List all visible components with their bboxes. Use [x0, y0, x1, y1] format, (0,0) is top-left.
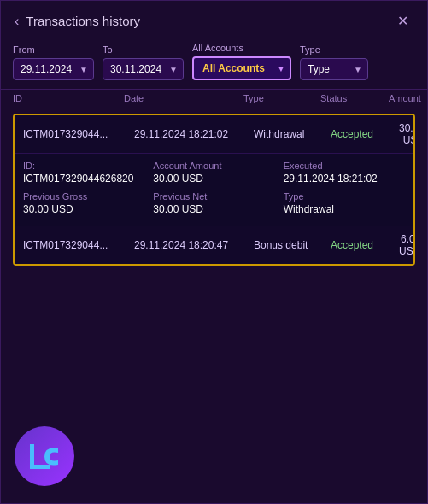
tx-id-1: ICTM017329044... [23, 128, 134, 140]
type-filter-group: Type Type ▼ [300, 44, 368, 80]
transactions-box: ICTM017329044... 29.11.2024 18:21:02 Wit… [13, 114, 415, 266]
type-select[interactable]: Type [300, 58, 368, 80]
filters-row: From 29.11.2024 ▼ To 30.11.2024 ▼ All Ac… [1, 39, 427, 89]
detail-prev-net-label: Previous Net [153, 191, 274, 202]
accounts-select-wrapper: All Accounts ▼ [192, 56, 291, 80]
window-title: Transactions history [26, 14, 140, 28]
detail-prev-gross-value: 30.00 USD [23, 203, 144, 215]
col-status: Status [320, 93, 389, 103]
from-date-select[interactable]: 29.11.2024 [13, 58, 94, 80]
from-filter-group: From 29.11.2024 ▼ [13, 44, 94, 80]
to-select-wrapper: 30.11.2024 ▼ [103, 58, 184, 80]
detail-type-label: Type [284, 191, 405, 202]
detail-account-amount-cell: Account Amount 30.00 USD [153, 161, 274, 185]
detail-executed-value: 29.11.2024 18:21:02 [284, 173, 405, 185]
back-arrow-icon[interactable]: ‹ [15, 14, 19, 29]
app-logo [15, 426, 74, 486]
detail-type-cell: Type Withdrawal [284, 191, 405, 215]
detail-prev-gross-label: Previous Gross [23, 191, 144, 202]
type-select-wrapper: Type ▼ [300, 58, 368, 80]
detail-id-label: ID: [23, 161, 144, 171]
detail-prev-net-cell: Previous Net 30.00 USD [153, 191, 274, 215]
title-bar-left: ‹ Transactions history [15, 14, 140, 29]
title-bar: ‹ Transactions history ✕ [1, 1, 427, 39]
to-label: To [103, 44, 184, 55]
tx-type-1: Withdrawal [254, 128, 331, 140]
col-id: ID [13, 93, 124, 103]
tx-status-2: Accepted [331, 239, 399, 251]
accounts-label: All Accounts [192, 43, 291, 53]
accounts-filter-group: All Accounts All Accounts ▼ [192, 43, 291, 80]
tx-status-1: Accepted [331, 128, 399, 140]
tx-amount-2: 6.00 USD › [399, 233, 415, 257]
logo-svg-icon [26, 437, 64, 476]
detail-prev-gross-cell: Previous Gross 30.00 USD [23, 191, 144, 215]
transaction-main-row-2[interactable]: ICTM017329044... 29.11.2024 18:20:47 Bon… [15, 226, 413, 264]
tx-amount-1: 30.00 USD ⌄ [399, 122, 415, 146]
to-filter-group: To 30.11.2024 ▼ [103, 44, 184, 80]
to-date-select[interactable]: 30.11.2024 [103, 58, 184, 80]
close-button[interactable]: ✕ [392, 11, 413, 31]
detail-id-value: ICTM01732904462682​0 [23, 173, 144, 185]
detail-id-cell: ID: ICTM01732904462682​0 [23, 161, 144, 185]
col-date: Date [124, 93, 243, 103]
detail-account-amount-label: Account Amount [153, 161, 274, 171]
detail-executed-label: Executed [284, 161, 405, 171]
tx-date-2: 29.11.2024 18:20:47 [134, 239, 254, 251]
tx-date-1: 29.11.2024 18:21:02 [134, 128, 254, 140]
table-row: ICTM017329044... 29.11.2024 18:21:02 Wit… [15, 115, 413, 226]
col-type: Type [243, 93, 320, 103]
bottom-area [1, 295, 427, 503]
detail-executed-cell: Executed 29.11.2024 18:21:02 [284, 161, 405, 185]
detail-grid-1: ID: ICTM01732904462682​0 Account Amount … [23, 161, 405, 215]
from-select-wrapper: 29.11.2024 ▼ [13, 58, 94, 80]
from-label: From [13, 44, 94, 55]
main-window: ‹ Transactions history ✕ From 29.11.2024… [0, 0, 428, 504]
detail-prev-net-value: 30.00 USD [153, 203, 274, 215]
tx-type-2: Bonus debit [254, 239, 331, 251]
table-header: ID Date Type Status Amount [1, 89, 427, 107]
detail-account-amount-value: 30.00 USD [153, 173, 274, 185]
col-amount: Amount [389, 93, 421, 103]
detail-type-value: Withdrawal [284, 203, 405, 215]
table-row: ICTM017329044... 29.11.2024 18:20:47 Bon… [15, 226, 413, 264]
transaction-main-row-1[interactable]: ICTM017329044... 29.11.2024 18:21:02 Wit… [15, 115, 413, 153]
content-area: ICTM017329044... 29.11.2024 18:21:02 Wit… [1, 107, 427, 295]
tx-id-2: ICTM017329044... [23, 239, 134, 251]
transaction-detail-1: ID: ICTM01732904462682​0 Account Amount … [15, 153, 413, 226]
accounts-select[interactable]: All Accounts [192, 56, 291, 80]
type-label: Type [300, 44, 368, 55]
